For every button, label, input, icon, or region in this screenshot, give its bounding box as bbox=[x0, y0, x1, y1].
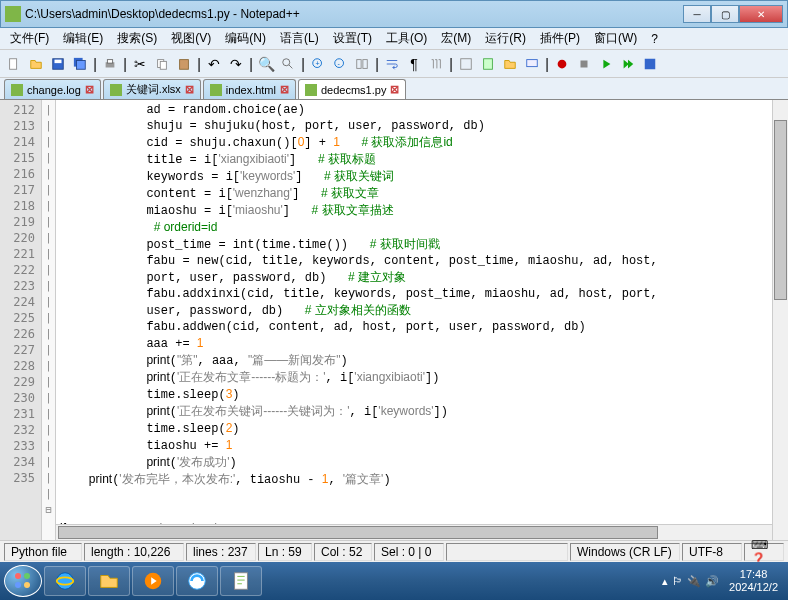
file-tab[interactable]: dedecms1.py⊠ bbox=[298, 79, 406, 99]
svg-point-23 bbox=[15, 573, 21, 579]
menu-item[interactable]: 语言(L) bbox=[274, 28, 325, 49]
taskbar-explorer-icon[interactable] bbox=[88, 566, 130, 596]
svg-rect-0 bbox=[10, 58, 17, 69]
undo-icon[interactable]: ↶ bbox=[204, 54, 224, 74]
taskbar-notepadpp-icon[interactable] bbox=[220, 566, 262, 596]
tab-label: change.log bbox=[27, 84, 81, 96]
menu-item[interactable]: 编辑(E) bbox=[57, 28, 109, 49]
tray-network-icon[interactable]: 🔌 bbox=[687, 575, 701, 588]
code-area[interactable]: ad = random.choice(ae) shuju = shujuku(h… bbox=[56, 100, 788, 540]
maximize-button[interactable]: ▢ bbox=[711, 5, 739, 23]
scroll-thumb[interactable] bbox=[774, 120, 787, 300]
toolbar: | | ✂ | ↶ ↷ | 🔍 | + - | ¶ | | bbox=[0, 50, 788, 78]
clock-time: 17:48 bbox=[729, 568, 778, 581]
print-icon[interactable] bbox=[100, 54, 120, 74]
status-sel: Sel : 0 | 0 bbox=[374, 543, 444, 561]
word-wrap-icon[interactable] bbox=[382, 54, 402, 74]
save-icon[interactable] bbox=[48, 54, 68, 74]
doc-map-icon[interactable] bbox=[478, 54, 498, 74]
svg-rect-21 bbox=[581, 60, 588, 67]
vertical-scrollbar[interactable] bbox=[772, 100, 788, 540]
tray-clock[interactable]: 17:48 2024/12/2 bbox=[723, 568, 784, 594]
menu-item[interactable]: ? bbox=[645, 30, 664, 48]
menu-item[interactable]: 工具(O) bbox=[380, 28, 433, 49]
statusbar: Python file length : 10,226 lines : 237 … bbox=[0, 540, 788, 562]
tab-close-icon[interactable]: ⊠ bbox=[185, 83, 194, 96]
tab-close-icon[interactable]: ⊠ bbox=[85, 83, 94, 96]
find-icon[interactable]: 🔍 bbox=[256, 54, 276, 74]
taskbar-ie-icon[interactable] bbox=[44, 566, 86, 596]
status-col: Col : 52 bbox=[314, 543, 372, 561]
editor: 212 213 214 215 216 217 218 219 220 221 … bbox=[0, 100, 788, 540]
window-title: C:\Users\admin\Desktop\dedecms1.py - Not… bbox=[25, 7, 683, 21]
status-spacer bbox=[446, 543, 568, 561]
function-list-icon[interactable] bbox=[456, 54, 476, 74]
taskbar-edge-icon[interactable] bbox=[176, 566, 218, 596]
file-tab[interactable]: 关键词.xlsx⊠ bbox=[103, 79, 201, 99]
svg-rect-9 bbox=[180, 59, 189, 69]
menu-item[interactable]: 视图(V) bbox=[165, 28, 217, 49]
tray-up-icon[interactable]: ▴ bbox=[662, 575, 668, 588]
tabbar: change.log⊠关键词.xlsx⊠index.html⊠dedecms1.… bbox=[0, 78, 788, 100]
play-multi-icon[interactable] bbox=[618, 54, 638, 74]
status-length: length : 10,226 bbox=[84, 543, 184, 561]
menu-item[interactable]: 编码(N) bbox=[219, 28, 272, 49]
stop-macro-icon[interactable] bbox=[574, 54, 594, 74]
separator-icon: | bbox=[92, 54, 98, 74]
tray-flag-icon[interactable]: 🏳 bbox=[672, 575, 683, 587]
svg-point-27 bbox=[57, 573, 74, 590]
menu-item[interactable]: 窗口(W) bbox=[588, 28, 643, 49]
minimize-button[interactable]: ─ bbox=[683, 5, 711, 23]
cut-icon[interactable]: ✂ bbox=[130, 54, 150, 74]
tab-label: index.html bbox=[226, 84, 276, 96]
start-button[interactable] bbox=[4, 565, 42, 597]
status-filetype: Python file bbox=[4, 543, 82, 561]
svg-rect-8 bbox=[160, 61, 166, 69]
svg-rect-16 bbox=[363, 59, 367, 68]
file-tab[interactable]: index.html⊠ bbox=[203, 79, 296, 99]
horizontal-scrollbar[interactable] bbox=[56, 524, 772, 540]
tab-file-icon bbox=[11, 84, 23, 96]
menu-item[interactable]: 运行(R) bbox=[479, 28, 532, 49]
menu-item[interactable]: 文件(F) bbox=[4, 28, 55, 49]
separator-icon: | bbox=[374, 54, 380, 74]
save-all-icon[interactable] bbox=[70, 54, 90, 74]
open-file-icon[interactable] bbox=[26, 54, 46, 74]
separator-icon: | bbox=[122, 54, 128, 74]
save-macro-icon[interactable] bbox=[640, 54, 660, 74]
record-macro-icon[interactable] bbox=[552, 54, 572, 74]
separator-icon: | bbox=[196, 54, 202, 74]
separator-icon: | bbox=[544, 54, 550, 74]
svg-point-26 bbox=[24, 582, 30, 588]
redo-icon[interactable]: ↷ bbox=[226, 54, 246, 74]
folder-icon[interactable] bbox=[500, 54, 520, 74]
fold-column[interactable]: | | | | | | | | | | | | | | | | | | | | … bbox=[42, 100, 56, 540]
scroll-thumb[interactable] bbox=[58, 526, 658, 539]
play-macro-icon[interactable] bbox=[596, 54, 616, 74]
paste-icon[interactable] bbox=[174, 54, 194, 74]
close-button[interactable]: ✕ bbox=[739, 5, 783, 23]
menu-item[interactable]: 宏(M) bbox=[435, 28, 477, 49]
tray-volume-icon[interactable]: 🔊 bbox=[705, 575, 719, 588]
zoom-in-icon[interactable]: + bbox=[308, 54, 328, 74]
file-tab[interactable]: change.log⊠ bbox=[4, 79, 101, 99]
menu-item[interactable]: 插件(P) bbox=[534, 28, 586, 49]
zoom-out-icon[interactable]: - bbox=[330, 54, 350, 74]
monitor-icon[interactable] bbox=[522, 54, 542, 74]
status-lines: lines : 237 bbox=[186, 543, 256, 561]
new-file-icon[interactable] bbox=[4, 54, 24, 74]
menu-item[interactable]: 设置(T) bbox=[327, 28, 378, 49]
sync-scroll-icon[interactable] bbox=[352, 54, 372, 74]
clock-date: 2024/12/2 bbox=[729, 581, 778, 594]
taskbar-mediaplayer-icon[interactable] bbox=[132, 566, 174, 596]
line-number-gutter: 212 213 214 215 216 217 218 219 220 221 … bbox=[0, 100, 42, 540]
svg-rect-17 bbox=[461, 58, 472, 69]
indent-guide-icon[interactable] bbox=[426, 54, 446, 74]
menu-item[interactable]: 搜索(S) bbox=[111, 28, 163, 49]
replace-icon[interactable] bbox=[278, 54, 298, 74]
tab-close-icon[interactable]: ⊠ bbox=[280, 83, 289, 96]
tab-close-icon[interactable]: ⊠ bbox=[390, 83, 399, 96]
svg-point-10 bbox=[283, 58, 290, 65]
copy-icon[interactable] bbox=[152, 54, 172, 74]
show-all-chars-icon[interactable]: ¶ bbox=[404, 54, 424, 74]
